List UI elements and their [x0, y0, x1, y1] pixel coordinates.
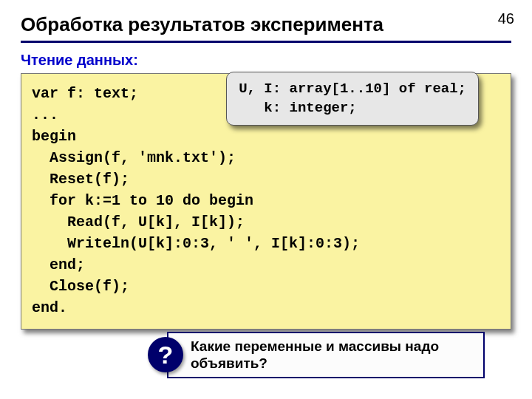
slide-title: Обработка результатов эксперимента — [21, 13, 511, 36]
page-number: 46 — [498, 10, 514, 27]
code-area: var f: text; ... begin Assign(f, 'mnk.tx… — [21, 73, 511, 330]
slide: 46 Обработка результатов эксперимента Чт… — [0, 0, 532, 399]
question-mark-icon: ? — [148, 337, 183, 372]
question-text: Какие переменные и массивы надо объявить… — [167, 332, 485, 379]
question-callout: ? Какие переменные и массивы надо объяви… — [148, 332, 485, 379]
declaration-callout: U, I: array[1..10] of real; k: integer; — [226, 72, 479, 126]
section-subtitle: Чтение данных: — [21, 52, 511, 69]
title-underline — [21, 41, 511, 43]
